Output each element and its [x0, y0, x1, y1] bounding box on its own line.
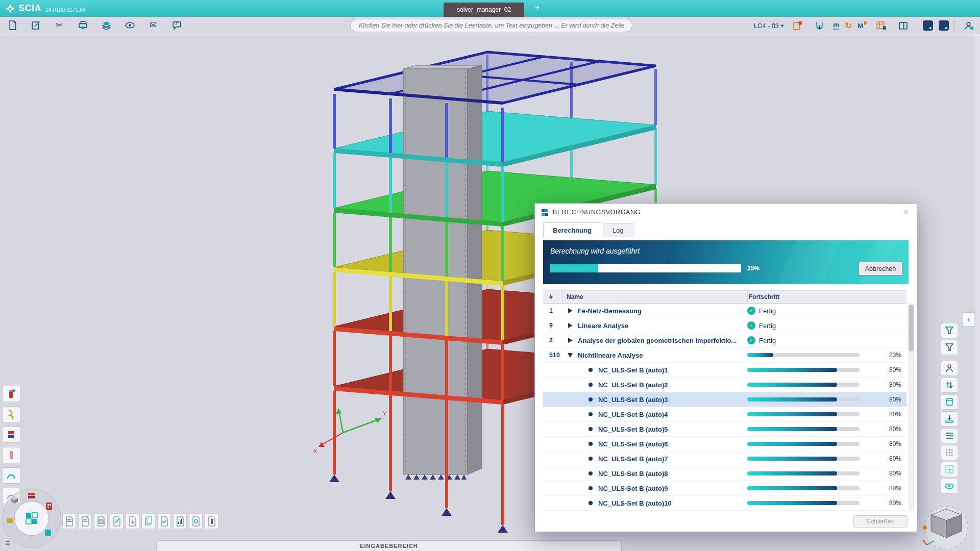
wheel-box-icon[interactable]	[5, 515, 15, 525]
panel-collapse-handle[interactable]: ‹	[963, 312, 974, 327]
collapse-arrow-icon[interactable]	[568, 353, 573, 358]
expand-arrow-icon[interactable]	[568, 338, 573, 343]
row-percent: 80%	[860, 396, 906, 403]
dialog-title: BERECHNUNGSVORGANG	[553, 209, 641, 216]
table-row-selected[interactable]: NC_ULS-Set B (auto)3 80%	[543, 392, 906, 407]
scrollbar-thumb[interactable]	[909, 305, 914, 352]
collapsed-panel-edge[interactable]	[974, 34, 980, 551]
title-bar: SCIA 24.0100.0171.64 solver_manager_02 +	[0, 0, 980, 17]
tab-berechnung[interactable]: Berechnung	[543, 222, 601, 237]
wheel-cube-icon[interactable]	[9, 495, 19, 505]
scissors-icon: ✂	[56, 21, 63, 30]
bullet-icon	[589, 368, 593, 372]
structure-tool-strip	[2, 386, 20, 504]
command-line-input[interactable]	[350, 19, 632, 32]
new-tab-button[interactable]: +	[532, 1, 543, 14]
view-panel-button-2[interactable]	[939, 20, 949, 31]
composite-wall-tool[interactable]	[2, 427, 20, 443]
project-tab[interactable]: solver_manager_02	[444, 3, 524, 17]
arch-tool[interactable]	[2, 467, 20, 484]
section-button[interactable]	[811, 18, 827, 33]
database-button[interactable]	[941, 394, 958, 410]
clipboard-view-button[interactable]	[789, 18, 805, 33]
list-settings-button[interactable]	[941, 428, 958, 443]
layers-button[interactable]	[98, 18, 114, 33]
copy-document-button[interactable]	[141, 513, 155, 529]
edit-button[interactable]	[28, 18, 44, 33]
mail-button[interactable]: ✉	[145, 18, 161, 33]
dialog-title-bar[interactable]: BERECHNUNGSVORGANG ×	[535, 204, 917, 221]
chart-document-button[interactable]	[173, 513, 187, 529]
row-percent: 23%	[860, 352, 906, 359]
brand-name: SCIA	[18, 3, 41, 14]
table-row[interactable]: 1 Fe-Netz-Bemessung ✓Fertig	[543, 304, 906, 318]
concrete-column-tool[interactable]	[2, 386, 20, 402]
dot-grid-button[interactable]	[941, 445, 958, 460]
result-filter-button[interactable]	[941, 323, 958, 338]
visibility-eye-button[interactable]	[941, 479, 958, 494]
row-progress-bar	[747, 383, 860, 387]
roof-frame	[334, 52, 656, 103]
table-row[interactable]: 510 Nichtlineare Analyse 23%	[543, 348, 906, 363]
table-row[interactable]: 9 Lineare Analyse ✓Fertig	[543, 318, 906, 333]
annotation-button[interactable]: M	[857, 22, 867, 30]
user-settings-button[interactable]	[961, 18, 977, 33]
visibility-button[interactable]	[121, 18, 138, 33]
wheel-center-button[interactable]	[14, 501, 49, 536]
bullet-icon	[589, 383, 593, 387]
report-document-button[interactable]	[78, 513, 92, 529]
new-file-button[interactable]	[4, 18, 20, 33]
help-chat-button[interactable]: ?	[168, 18, 185, 33]
main-toolbar: ✂ ✉ ? LC4 - fl3 ▾	[0, 17, 980, 34]
concrete-core	[403, 65, 482, 480]
close-button-disabled[interactable]: Schließen	[853, 515, 908, 528]
document-toolbar	[62, 513, 218, 529]
print-export-button[interactable]	[75, 18, 91, 33]
column-document-button[interactable]	[205, 513, 218, 529]
table-row[interactable]: NC_ULS-Set B (auto)9 80%	[543, 481, 906, 496]
wheel-bricks-icon[interactable]	[27, 491, 37, 501]
mesh-grid-button[interactable]	[941, 462, 958, 477]
tools-scissors-button[interactable]: ✂	[51, 18, 67, 33]
grid-document-button[interactable]	[189, 513, 203, 529]
row-progress-bar	[747, 471, 860, 475]
window-layout-button[interactable]	[895, 18, 911, 33]
quick-access-wheel[interactable]	[2, 489, 61, 548]
close-icon[interactable]: ×	[900, 207, 912, 218]
table-row[interactable]: NC_ULS-Set B (auto)6 80%	[543, 437, 906, 452]
member-filter-button[interactable]	[941, 340, 958, 355]
table-lock-button[interactable]	[873, 18, 889, 33]
table-header: # Name Fortschritt	[543, 290, 906, 304]
calculation-dialog: BERECHNUNGSVORGANG × Berechnung Log Bere…	[534, 203, 917, 532]
table-row[interactable]: NC_ULS-Set B (auto)2 80%	[543, 378, 906, 392]
row-percent: 80%	[860, 499, 906, 507]
table-row[interactable]: NC_ULS-Set B (auto)8 80%	[543, 466, 906, 481]
load-case-dropdown[interactable]: LC4 - fl3 ▾	[754, 22, 784, 30]
export-document-button[interactable]	[126, 513, 139, 529]
table-row[interactable]: NC_ULS-Set B (auto)1 80%	[543, 363, 906, 378]
table-row[interactable]: NC_ULS-Set B (auto)7 80%	[543, 452, 906, 466]
edit-document-button[interactable]	[110, 513, 124, 529]
tendon-tool[interactable]	[2, 406, 20, 422]
report-document-button[interactable]	[62, 513, 76, 529]
table-row[interactable]: NC_ULS-Set B (auto)10 80%	[543, 496, 906, 511]
check-document-button[interactable]	[157, 513, 171, 529]
table-document-button[interactable]	[94, 513, 108, 529]
table-row[interactable]: NC_ULS-Set B (auto)4 80%	[543, 407, 906, 422]
refresh-button[interactable]: ↻	[845, 21, 852, 30]
dimension-button[interactable]: m	[833, 21, 839, 30]
expand-arrow-icon[interactable]	[568, 308, 573, 313]
table-row[interactable]: NC_ULS-Set B (auto)5 80%	[543, 422, 906, 437]
dialog-scrollbar[interactable]	[908, 304, 914, 512]
table-row[interactable]: 2 Analyse der globalen geometrischen Imp…	[543, 333, 906, 348]
store-results-button[interactable]	[941, 411, 958, 427]
navigation-cube[interactable]	[919, 500, 974, 551]
view-panel-button-1[interactable]	[923, 20, 933, 31]
selection-person-button[interactable]	[941, 361, 958, 376]
input-area-panel[interactable]: EINGABEBEREICH	[156, 540, 622, 551]
move-updown-button[interactable]	[941, 378, 958, 393]
expand-arrow-icon[interactable]	[568, 323, 573, 328]
column-tool[interactable]	[2, 447, 20, 463]
tab-log[interactable]: Log	[603, 223, 633, 237]
cancel-button[interactable]: Abbrechen	[859, 262, 902, 276]
